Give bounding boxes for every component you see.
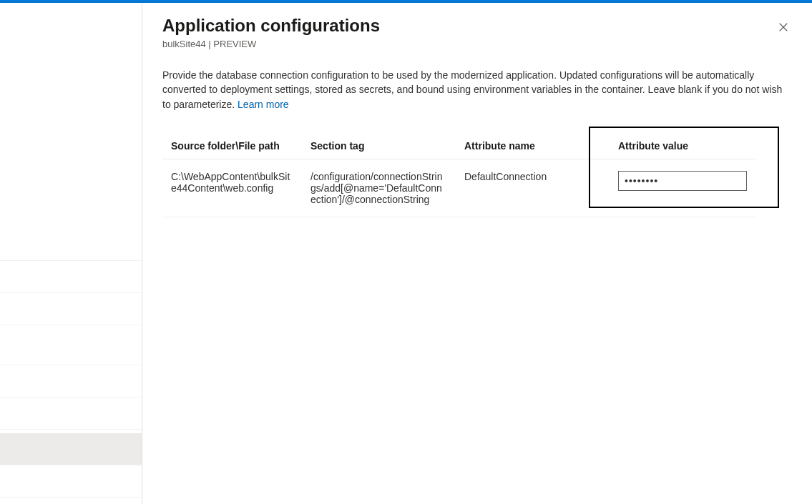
config-table: Source folder\File path Section tag Attr… (162, 133, 756, 217)
cell-section: /configuration/connectionStrings/add[@na… (302, 159, 456, 217)
subtitle-sep: | (206, 39, 214, 49)
sidebar-item[interactable] (0, 397, 142, 430)
header-source: Source folder\File path (162, 133, 302, 159)
page-subtitle: bulkSite44 | PREVIEW (162, 39, 792, 49)
sidebar-item[interactable] (0, 333, 142, 365)
subtitle-site: bulkSite44 (162, 39, 206, 49)
cell-attribute-name: DefaultConnection (456, 159, 610, 217)
page-title: Application configurations (162, 16, 792, 36)
cell-attribute-value (610, 159, 756, 217)
sidebar-item[interactable] (0, 261, 142, 293)
table-header-row: Source folder\File path Section tag Attr… (162, 133, 756, 159)
header-section: Section tag (302, 133, 456, 159)
subtitle-tag: PREVIEW (213, 39, 256, 49)
sidebar-item[interactable] (0, 293, 142, 325)
main-panel: Application configurations bulkSite44 | … (142, 3, 812, 504)
config-table-wrap: Source folder\File path Section tag Attr… (162, 133, 756, 217)
learn-more-link[interactable]: Learn more (238, 99, 289, 110)
header-attribute-value: Attribute value (610, 133, 756, 159)
close-icon (778, 22, 788, 32)
sidebar-item[interactable] (0, 465, 142, 498)
cell-source: C:\WebAppContent\bulkSite44Content\web.c… (162, 159, 302, 217)
header-attribute-name: Attribute name (456, 133, 610, 159)
sidebar-item[interactable] (0, 365, 142, 397)
description-text: Provide the database connection configur… (162, 68, 792, 112)
sidebar-item-active[interactable] (0, 433, 142, 465)
attribute-value-input[interactable] (618, 171, 747, 191)
left-sidebar: pe (0, 3, 142, 504)
sidebar-item-partial[interactable]: pe (0, 229, 142, 261)
close-button[interactable] (775, 19, 792, 36)
table-row: C:\WebAppContent\bulkSite44Content\web.c… (162, 159, 756, 217)
